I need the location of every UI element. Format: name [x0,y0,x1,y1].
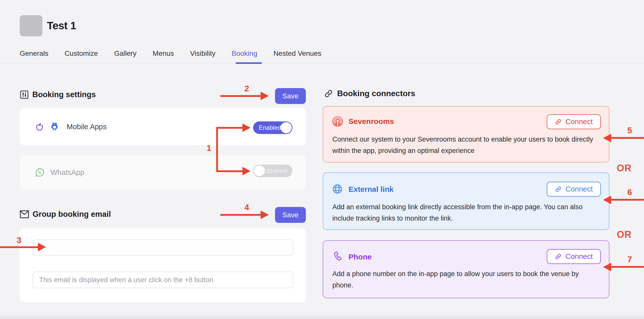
annotation-1-line-top [216,127,243,129]
sevenrooms-icon [332,116,343,127]
apple-icon [34,121,44,132]
tab-visibility[interactable]: Visibility [190,49,216,58]
annotation-5-line [611,137,644,139]
toggle-knob [281,122,292,133]
annotation-1-arrowhead-bottom [242,167,251,175]
or-separator: OR [617,163,632,174]
annotation-1-line-bottom [216,170,243,172]
email-helper-input[interactable] [33,272,293,288]
booking-connectors-header: Booking connectors [324,89,415,98]
toggle-state-label: Enabled [259,121,281,134]
toggle-state-label: Disabled [264,165,287,177]
whatsapp-label: WhatsApp [51,168,84,177]
booking-settings-save-button[interactable]: Save [275,88,306,104]
tab-booking[interactable]: Booking [232,49,257,58]
annotation-3-number: 3 [17,235,21,245]
group-booking-email-title: Group booking email [33,210,111,219]
annotation-2-line [220,95,261,97]
booking-settings-title: Booking settings [32,90,96,99]
annotation-3-line [0,246,38,248]
venue-avatar [20,15,42,36]
annotation-5-arrowhead [603,134,611,142]
connect-button-label: Connect [565,118,593,126]
annotation-6-line [611,199,644,201]
mobile-apps-toggle[interactable]: Enabled [253,121,292,134]
booking-connectors-title: Booking connectors [337,89,415,98]
mobile-apps-label: Mobile Apps [67,123,107,131]
bottom-edge-shadow [0,312,644,319]
page-title: Test 1 [47,20,76,32]
mail-icon [20,210,29,219]
group-booking-email-card [20,228,306,302]
or-separator: OR [617,229,632,240]
sliders-icon [20,90,29,99]
booking-settings-header: Booking settings [20,90,96,99]
phone-title: Phone [349,253,372,261]
tabs-divider [0,63,644,64]
annotation-7-arrowhead [603,263,611,271]
external-link-title: External link [349,185,393,194]
tab-nested-venues[interactable]: Nested Venues [273,49,321,58]
annotation-1-vertical-line [216,128,218,172]
whatsapp-row: WhatsApp Disabled [20,155,306,190]
annotation-1-arrowhead-top [242,123,251,132]
mobile-apps-row: Mobile Apps Enabled [20,108,306,145]
annotation-4-arrowhead [261,210,269,219]
annotation-6-arrowhead [603,196,611,204]
group-booking-email-save-button[interactable]: Save [275,207,306,223]
android-icon [49,121,60,133]
active-tab-underline [236,62,262,64]
sevenrooms-connect-button[interactable]: Connect [547,114,601,129]
sevenrooms-title: Sevenrooms [349,117,394,126]
annotation-3-arrowhead [38,243,46,251]
tab-generals[interactable]: Generals [20,49,48,58]
external-link-description: Add an external booking link directly ac… [332,201,601,224]
toggle-knob [254,165,265,176]
tab-gallery[interactable]: Gallery [114,49,137,58]
annotation-7-line [611,266,644,268]
external-link-connector-card: External link Connect Add an external bo… [323,172,609,230]
annotation-2-arrowhead [261,92,269,100]
annotation-4-line [220,214,261,216]
link-icon [324,89,333,98]
annotation-1-number: 1 [207,143,211,153]
annotation-6-number: 6 [627,188,632,197]
tab-menus[interactable]: Menus [153,49,174,58]
globe-icon [332,183,343,195]
group-booking-email-input[interactable] [33,240,293,256]
link-icon [555,186,562,193]
connect-button-label: Connect [565,252,593,261]
booking-settings-page: Test 1 Generals Customize Gallery Menus … [0,0,644,319]
phone-icon [332,251,343,262]
annotation-7-number: 7 [627,255,632,264]
annotation-2-number: 2 [244,84,249,93]
phone-connector-card: Phone Connect Add a phone number on the … [323,240,609,298]
sevenrooms-connector-card: Sevenrooms Connect Connect our system to… [323,106,609,163]
tab-bar: Generals Customize Gallery Menus Visibil… [20,49,321,58]
annotation-5-number: 5 [627,126,632,135]
annotation-4-number: 4 [244,203,249,212]
link-icon [555,118,562,125]
phone-connect-button[interactable]: Connect [547,249,601,264]
whatsapp-icon [34,167,45,178]
whatsapp-toggle[interactable]: Disabled [253,165,292,177]
phone-description: Add a phone number on the in-app page to… [332,268,601,291]
connect-button-label: Connect [565,185,593,193]
link-icon [555,253,562,260]
tab-customize[interactable]: Customize [65,49,98,58]
group-booking-email-header: Group booking email [20,210,111,219]
external-link-connect-button[interactable]: Connect [547,182,601,197]
sevenrooms-description: Connect our system to your Sevenrooms ac… [332,134,601,156]
